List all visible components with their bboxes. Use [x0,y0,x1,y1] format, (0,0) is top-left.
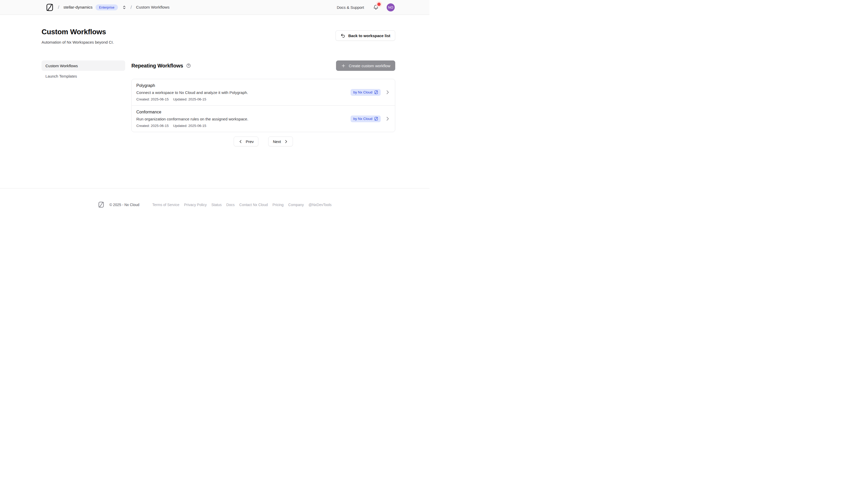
main-content: Custom Workflows Automation of Nx Worksp… [0,15,430,188]
docs-support-link[interactable]: Docs & Support [337,5,364,10]
nx-logo-icon[interactable] [46,3,54,12]
workflow-title: Polygraph [136,83,346,88]
prev-page-button[interactable]: Prev [234,137,258,147]
chevron-right-icon [385,116,390,121]
chevron-up-down-icon [122,5,126,10]
breadcrumb-separator: / [58,4,59,10]
footer-link-terms[interactable]: Terms of Service [152,203,179,207]
workflow-row-polygraph[interactable]: Polygraph Connect a workspace to Nx Clou… [132,79,395,105]
page-title: Custom Workflows [42,28,114,36]
nx-logo-icon [374,117,378,121]
breadcrumb-page[interactable]: Custom Workflows [136,5,169,10]
sidebar-item-launch-templates[interactable]: Launch Templates [42,71,125,81]
create-button-label: Create custom workflow [349,64,390,68]
footer-link-nxdevtools[interactable]: @NxDevTools [308,203,332,207]
next-page-button[interactable]: Next [268,137,293,147]
prev-label: Prev [246,139,254,144]
pagination: Prev Next [131,137,395,147]
next-label: Next [273,139,281,144]
help-circle-icon [186,63,191,68]
workflow-row-conformance[interactable]: Conformance Run organization conformance… [132,105,395,132]
panel-title: Repeating Workflows [131,63,183,69]
settings-sidebar: Custom Workflows Launch Templates [42,60,125,147]
by-nx-cloud-badge[interactable]: by Nx Cloud [350,116,381,122]
return-arrow-icon [341,33,345,38]
workflow-created: Created: 2025-06-15 [136,97,169,101]
plus-icon [341,63,346,68]
footer-link-contact[interactable]: Contact Nx Cloud [239,203,268,207]
notification-dot [377,3,381,6]
workflow-updated: Updated: 2025-06-15 [173,97,207,101]
back-button-label: Back to workspace list [348,33,390,38]
back-to-workspace-list-button[interactable]: Back to workspace list [335,30,395,41]
enterprise-badge: Enterprise [95,4,118,10]
help-button[interactable] [186,63,191,68]
badge-label: by Nx Cloud [353,90,372,94]
sidebar-item-custom-workflows[interactable]: Custom Workflows [42,60,125,71]
badge-label: by Nx Cloud [353,117,372,121]
chevron-left-icon [238,139,243,144]
workflow-updated: Updated: 2025-06-15 [173,124,207,128]
workflow-description: Connect a workspace to Nx Cloud and anal… [136,90,346,95]
footer-link-privacy[interactable]: Privacy Policy [184,203,207,207]
chevron-right-icon [385,90,390,95]
create-custom-workflow-button[interactable]: Create custom workflow [336,60,395,71]
chevron-right-icon [284,139,288,144]
footer-link-company[interactable]: Company [288,203,304,207]
page-subtitle: Automation of Nx Workspaces beyond CI. [42,40,114,44]
footer-link-pricing[interactable]: Pricing [272,203,284,207]
footer-link-docs[interactable]: Docs [226,203,235,207]
by-nx-cloud-badge[interactable]: by Nx Cloud [350,89,381,96]
footer-link-status[interactable]: Status [211,203,222,207]
notifications-button[interactable] [373,4,379,10]
workflow-description: Run organization conformance rules on th… [136,117,346,121]
workflows-list: Polygraph Connect a workspace to Nx Clou… [131,79,395,132]
breadcrumb-separator: / [131,4,132,10]
workspace-switcher-button[interactable] [122,5,126,10]
user-avatar[interactable]: NO [387,3,395,12]
repeating-workflows-panel: Repeating Workflows [131,60,395,147]
page-footer: © 2025 - Nx Cloud Terms of Service Priva… [0,188,430,208]
nx-logo-icon [374,90,378,94]
copyright-text: © 2025 - Nx Cloud [109,203,139,207]
workflow-created: Created: 2025-06-15 [136,124,169,128]
top-navbar: / stellar-dynamics Enterprise / Custom W… [0,0,430,15]
breadcrumb-workspace[interactable]: stellar-dynamics [63,5,92,10]
nx-logo-icon [98,201,104,208]
workflow-title: Conformance [136,110,346,114]
